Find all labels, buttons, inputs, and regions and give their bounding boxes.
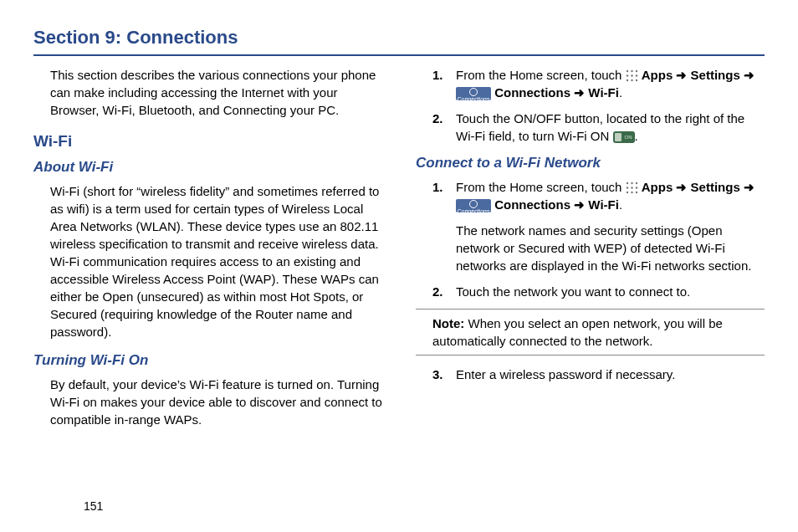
arrow-icon: ➜ [574,85,588,100]
connections-icon: Connections [456,87,491,100]
arrow-icon: ➜ [744,180,755,194]
note-rule-top [416,309,765,309]
step-1: 1. From the Home screen, touch Apps ➜ Se… [432,66,765,101]
step-text: Enter a wireless password if necessary. [456,366,765,383]
arrow-icon: ➜ [676,68,690,82]
title-rule [33,54,765,56]
step-number: 1. [432,66,448,101]
step-text: Touch the network you want to connect to… [456,283,765,300]
svg-point-12 [626,187,627,188]
note: Note: When you select an open network, y… [432,315,748,350]
svg-point-15 [626,192,627,193]
turning-wifi-on-para: By default, your device’s Wi-Fi feature … [50,376,382,428]
connect-step-2: 2. Touch the network you want to connect… [432,283,765,300]
content-columns: This section describes the various conne… [33,66,765,438]
text-fragment: From the Home screen, touch [456,68,626,82]
step-number: 2. [432,283,448,300]
period: . [635,129,638,143]
wifi-heading: Wi-Fi [33,130,382,153]
section-title: Section 9: Connections [33,25,765,51]
left-column: This section describes the various conne… [33,66,382,438]
svg-point-17 [635,192,637,193]
apps-icon [626,182,638,194]
step-number: 3. [432,366,448,383]
note-body: When you select an open network, you wil… [432,316,723,348]
svg-point-11 [635,182,637,184]
svg-point-13 [631,187,632,188]
svg-point-2 [635,70,637,72]
connect-network-heading: Connect to a Wi-Fi Network [416,153,765,173]
svg-point-5 [635,75,637,77]
period: . [619,85,622,100]
wifi-label: Wi-Fi [588,85,619,100]
about-wifi-heading: About Wi-Fi [33,157,382,177]
step-number: 1. [432,178,448,213]
step-number: 2. [432,110,448,145]
connections-label: Connections [494,197,570,212]
settings-label: Settings [691,180,740,194]
svg-point-9 [626,182,627,184]
svg-point-7 [631,79,632,81]
svg-point-10 [631,182,632,184]
arrow-icon: ➜ [676,180,690,194]
svg-point-14 [635,187,637,188]
step-text: From the Home screen, touch Apps ➜ Setti… [456,178,765,213]
apps-icon [626,69,638,82]
connect-step-1: 1. From the Home screen, touch Apps ➜ Se… [432,178,765,213]
right-column: 1. From the Home screen, touch Apps ➜ Se… [416,66,765,438]
page-number: 151 [84,499,103,515]
text-fragment: Touch the ON/OFF button, located to the … [456,111,744,143]
connect-step-3: 3. Enter a wireless password if necessar… [432,366,765,383]
note-rule-bottom [416,355,765,356]
note-label: Note: [432,316,464,330]
svg-point-4 [631,75,632,77]
turning-wifi-on-heading: Turning Wi-Fi On [33,350,382,371]
apps-label: Apps [642,180,673,194]
connections-label: Connections [494,85,570,100]
connect-step-1-sub: The network names and security settings … [456,222,765,274]
about-wifi-para: Wi-Fi (short for “wireless fidelity” and… [50,182,382,340]
svg-point-16 [631,192,632,193]
step-text: From the Home screen, touch Apps ➜ Setti… [456,66,765,101]
settings-label: Settings [691,68,740,82]
wifi-label: Wi-Fi [588,197,619,212]
connections-icon: Connections [456,199,491,212]
svg-point-8 [635,79,637,81]
text-fragment: From the Home screen, touch [456,180,626,194]
apps-label: Apps [642,68,673,82]
svg-point-1 [631,70,632,72]
svg-point-0 [626,70,627,72]
toggle-on-icon [613,131,635,143]
period: . [619,197,622,212]
svg-point-3 [626,75,627,77]
arrow-icon: ➜ [744,68,755,82]
step-text: Touch the ON/OFF button, located to the … [456,110,765,145]
svg-point-6 [626,79,627,81]
intro-para: This section describes the various conne… [50,66,382,119]
arrow-icon: ➜ [574,197,588,212]
step-2: 2. Touch the ON/OFF button, located to t… [432,110,765,145]
